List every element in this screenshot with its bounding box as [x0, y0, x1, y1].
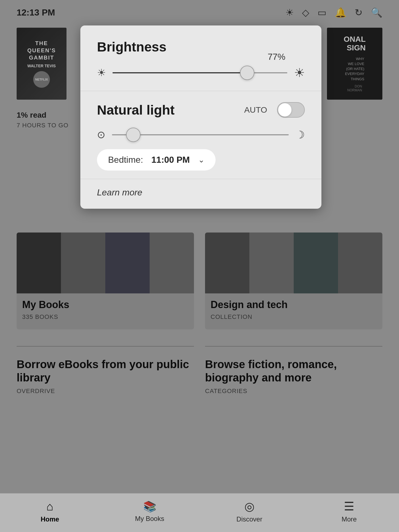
brightness-slider-thumb[interactable]: [240, 66, 254, 80]
natural-light-toggle[interactable]: [277, 102, 305, 118]
natural-light-section: Natural light AUTO ⊙ ☽ Bedtime: 11:00 PM…: [80, 91, 321, 179]
brightness-percentage: 77%: [268, 52, 285, 62]
bedtime-label: Bedtime:: [108, 155, 143, 165]
brightness-slider-track[interactable]: [112, 72, 287, 73]
natural-light-title: Natural light: [97, 102, 175, 118]
bedtime-time: 11:00 PM: [151, 155, 190, 165]
brightness-section: Brightness 77% ☀ ☀: [80, 25, 321, 91]
bedtime-container: Bedtime: 11:00 PM ⌄: [97, 149, 305, 171]
moon-icon: ☽: [295, 129, 305, 141]
natural-slider-thumb[interactable]: [126, 128, 140, 142]
natural-slider-container: ⊙ ☽: [97, 129, 305, 141]
natural-light-controls: AUTO: [244, 102, 305, 118]
chevron-down-icon: ⌄: [198, 155, 204, 164]
brightness-slider-fill: [112, 72, 247, 73]
auto-label: AUTO: [244, 105, 267, 115]
natural-sun-icon: ⊙: [97, 129, 105, 141]
learn-more-link[interactable]: Learn more: [97, 187, 142, 197]
natural-light-header: Natural light AUTO: [97, 102, 305, 118]
bedtime-pill[interactable]: Bedtime: 11:00 PM ⌄: [97, 149, 216, 171]
brightness-slider-container: 77% ☀ ☀: [97, 66, 305, 80]
toggle-knob: [278, 103, 291, 117]
learn-more-section: Learn more: [80, 179, 321, 209]
natural-slider-track[interactable]: [112, 134, 289, 135]
sun-small-icon: ☀: [97, 67, 106, 79]
brightness-panel: Brightness 77% ☀ ☀ Natural light AUTO ⊙: [80, 25, 321, 209]
sun-large-icon: ☀: [294, 66, 305, 80]
